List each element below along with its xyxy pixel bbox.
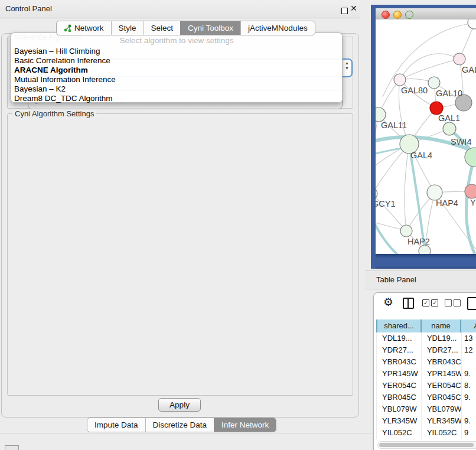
table-cell: YER054C [421,380,461,392]
table-header-row: shared...nameA [376,319,476,332]
tab-select[interactable]: Select [144,21,181,35]
tab-cyni-toolbox[interactable]: Cyni Toolbox [180,21,240,35]
column-header[interactable]: name [420,319,460,332]
table-cell [461,403,476,415]
split-columns-icon[interactable] [403,298,414,309]
select-all-columns-icon[interactable]: ✓✓ [422,299,438,306]
table-row[interactable]: YER054CYER054C8. [376,380,476,392]
tab-impute-data[interactable]: Impute Data [87,418,145,432]
tab-label: Select [151,24,174,32]
tab-jactivemnodules[interactable]: jActiveMNodules [240,21,315,35]
network-node-gal[interactable] [454,53,465,65]
network-window-titlebar[interactable] [376,8,476,20]
table-row[interactable]: YBR045CYBR045C9. [376,392,476,403]
network-edge [405,144,409,231]
cyni-bottom-tabs: Impute DataDiscretize DataInfer Network [87,418,276,432]
close-traffic-light-icon[interactable] [382,11,390,19]
table-cell: 9. [461,415,476,427]
table-horizontal-scrollbar[interactable] [377,441,476,449]
dropdown-item[interactable]: Dream8 DC_TDC Algorithm [14,94,342,103]
dropdown-placeholder: Select algorithm to view settings [11,36,342,45]
table-row[interactable]: YDR27...YDR27...12 [376,344,476,356]
network-node-gal80[interactable] [394,74,406,86]
tab-discretize-data[interactable]: Discretize Data [145,418,214,432]
column-header[interactable]: shared... [376,319,420,332]
apply-button[interactable]: Apply [158,398,201,412]
table-row[interactable]: YDL19...YDL19...13 [376,332,476,344]
tab-label: Discretize Data [153,420,207,429]
node-label: GAL11 [381,120,407,130]
table-cell: YBL079W [376,403,421,415]
gear-icon[interactable]: ⚙ [383,295,393,308]
network-edge [400,59,459,80]
table-cell: YLR345W [421,415,461,427]
tab-style[interactable]: Style [111,21,144,35]
network-node-y[interactable] [465,184,476,198]
table-cell: YPR145W [421,368,461,380]
table-cell: YBR045C [376,392,421,403]
network-view-window[interactable]: GALGAL80GAL10GAL1GAL11SWI4GAL4YHAP4GCY1H… [371,5,476,269]
settings-legend: Cyni Algorithm Settings [12,109,96,118]
table-row[interactable]: YBL079WYBL079W [376,403,476,415]
node-label: GAL10 [436,89,462,98]
tab-infer-network[interactable]: Infer Network [214,418,276,432]
node-label: GAL80 [401,86,428,95]
network-node-unlabeled[interactable] [419,245,431,254]
table-row[interactable]: YLR345WYLR345W9. [376,415,476,427]
network-canvas[interactable]: GALGAL80GAL10GAL1GAL11SWI4GAL4YHAP4GCY1H… [376,19,476,254]
tab-label: Network [74,24,104,32]
column-header[interactable]: A [460,319,476,332]
network-node-gal11[interactable] [376,107,386,122]
minimize-traffic-light-icon[interactable] [393,11,402,19]
table-row[interactable]: YIL052CYIL052C9 [376,427,476,439]
network-node-swi4[interactable] [443,122,456,135]
node-label: GAL4 [410,151,432,160]
network-node-gal1[interactable] [430,102,443,115]
tab-network[interactable]: Network [57,21,111,35]
unselect-all-columns-icon[interactable] [445,299,461,306]
node-label: GAL1 [438,113,460,123]
dropdown-item[interactable]: Mutual Information Inference [14,75,342,84]
table-cell: YLR345W [376,415,421,427]
control-panel-tabs: NetworkStyleSelectCyni ToolboxjActiveMNo… [56,21,315,35]
network-node-unlabeled[interactable] [465,148,476,167]
node-label: GAL [462,65,476,74]
network-edge [376,211,399,254]
node-label: SWI4 [451,137,471,146]
network-icon [64,24,71,32]
dropdown-item-list: Bayesian – Hill ClimbingBasic Correlatio… [11,47,342,103]
table-cell: YDL19... [376,332,421,344]
table-cell: YPR145W [376,368,421,380]
cyni-algorithm-settings: Cyni Algorithm Settings [7,113,353,396]
table-cell: 12 [461,344,476,356]
dropdown-item[interactable]: Bayesian – Hill Climbing [14,47,342,56]
table-cell: 8. [461,380,476,392]
network-node-unlabeled[interactable] [468,19,476,29]
table-cell: 13 [461,332,476,344]
network-edge [376,115,379,178]
dropdown-item[interactable]: Basic Correlation Inference [14,56,342,66]
tab-label: Impute Data [94,420,138,429]
combo-arrows-icon: ▲▼ [345,60,349,71]
table-cell: YBR043C [376,356,421,368]
table-panel-title: Table Panel [376,275,416,284]
network-node-gal10[interactable] [428,77,440,89]
close-icon[interactable]: ✕ [350,4,357,13]
function-builder-icon[interactable] [467,297,476,310]
node-label: HAP4 [436,198,458,208]
tab-label: jActiveMNodules [248,24,308,32]
node-label: GCY1 [376,199,396,208]
tab-label: Cyni Toolbox [188,24,233,32]
dropdown-item[interactable]: ARACNE Algorithm [14,66,342,75]
tab-label: Infer Network [221,420,269,429]
table-cell: 9 [461,427,476,439]
table-row[interactable]: YPR145WYPR145W9. [376,368,476,380]
table-row[interactable]: YBR043CYBR043C [376,356,476,368]
zoom-traffic-light-icon[interactable] [405,11,413,19]
network-window-bottom-frame [376,254,476,269]
collapsed-widget[interactable] [5,445,19,450]
network-node-hap2[interactable] [400,225,412,237]
dropdown-item[interactable]: Bayesian – K2 [14,84,342,94]
float-window-icon[interactable] [341,8,348,14]
table-cell: 9. [461,392,476,403]
